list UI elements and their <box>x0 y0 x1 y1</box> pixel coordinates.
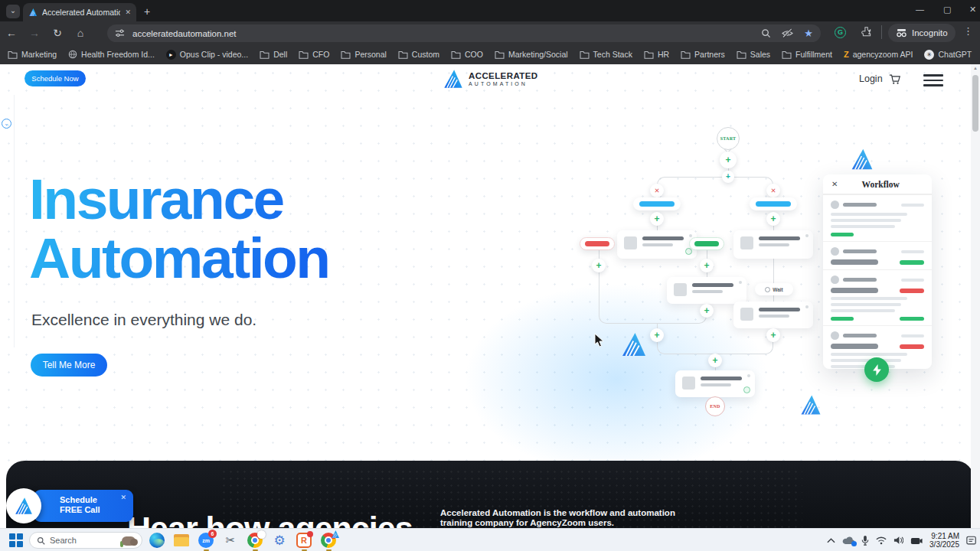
site-settings-icon[interactable] <box>115 28 125 38</box>
settings-gear-icon[interactable]: ⚙ <box>271 532 288 549</box>
bookmark-item[interactable]: Fulfillment <box>782 50 832 59</box>
flow-condition-pill <box>633 197 681 210</box>
bookmark-item[interactable]: Marketing <box>8 50 57 59</box>
folder-icon <box>782 51 792 59</box>
scroll-up-arrow-icon[interactable]: ▲ <box>971 66 980 70</box>
company-triangle-icon <box>14 496 34 516</box>
collapse-chevron-icon[interactable]: ⌄ <box>2 119 11 129</box>
avatar <box>831 331 839 340</box>
flow-add-icon: + <box>650 328 664 342</box>
flow-add-icon: + <box>766 328 780 342</box>
close-icon: ✕ <box>831 180 838 188</box>
hero-title: Insurance Automation <box>29 170 329 288</box>
hero-subtitle: Excellence in everything we do. <box>31 311 256 329</box>
site-logo[interactable]: ACCELERATED AUTOMATION <box>443 68 537 90</box>
bookmark-item[interactable]: Zagencyzoom API <box>844 50 913 59</box>
zoom-app-icon[interactable]: zm6 <box>198 532 214 549</box>
notification-center-icon[interactable] <box>966 536 977 546</box>
folder-icon <box>451 51 461 59</box>
home-button[interactable]: ⌂ <box>69 27 92 39</box>
flow-add-icon: + <box>708 354 722 367</box>
schedule-now-button[interactable]: Schedule Now <box>24 70 86 86</box>
flow-remove-icon: ✕ <box>650 184 664 197</box>
bookmark-item[interactable]: Partners <box>681 50 725 59</box>
window-close-button[interactable]: ✕ <box>969 5 976 15</box>
speaker-icon[interactable] <box>893 536 903 545</box>
flow-end-node: END <box>705 396 725 416</box>
agencyzoom-icon: Z <box>844 50 849 59</box>
microphone-icon[interactable] <box>861 536 869 546</box>
tell-me-more-button[interactable]: Tell Me More <box>31 354 107 377</box>
hamburger-menu-icon[interactable] <box>923 74 943 90</box>
dark-section: Hear how agencies Accelerated Automation… <box>6 461 974 528</box>
screen: ⌄ Accelerated Automation - O ✕ + — ▢ ✕ ←… <box>0 0 980 551</box>
bookmark-item[interactable]: Marketing/Social <box>495 50 568 59</box>
grammarly-extension-icon[interactable]: G <box>835 27 846 38</box>
incognito-glasses-icon <box>896 29 907 37</box>
taskbar-clock[interactable]: 9:21 AM 3/3/2025 <box>929 532 959 549</box>
r-app-icon[interactable]: R <box>296 532 312 549</box>
bookmark-item[interactable]: HR <box>644 50 669 59</box>
workflow-panel: ✕ Workflow <box>823 174 932 369</box>
avatar <box>831 247 839 256</box>
back-button[interactable]: ← <box>0 27 23 39</box>
flow-wait-pill: Wait <box>755 283 793 295</box>
bookmark-item[interactable]: Dell <box>260 50 287 59</box>
start-button[interactable] <box>8 532 24 549</box>
tab-search-button[interactable]: ⌄ <box>6 5 20 18</box>
tray-expand-icon[interactable] <box>827 537 835 543</box>
r-app-badge <box>307 531 313 537</box>
forward-button[interactable]: → <box>23 27 46 39</box>
popup-logo-badge <box>6 488 41 523</box>
zoom-notification-badge: 6 <box>208 530 217 538</box>
chrome-automation-profile-icon[interactable] <box>320 532 337 549</box>
flow-task-card <box>733 302 813 328</box>
browser-menu-icon[interactable]: ⋮ <box>963 25 973 37</box>
tray-date: 3/3/2025 <box>929 540 959 549</box>
chrome-icon[interactable] <box>247 532 263 549</box>
bookmark-item[interactable]: ▸Opus Clip - video... <box>166 50 248 60</box>
window-maximize-button[interactable]: ▢ <box>943 5 951 15</box>
cloud-status-badge <box>851 541 857 546</box>
opus-clip-icon: ▸ <box>166 50 176 60</box>
cart-icon[interactable] <box>889 73 901 88</box>
address-bar[interactable]: acceleratedautomation.net ★ <box>107 24 821 42</box>
onedrive-cloud-icon[interactable] <box>842 536 854 545</box>
logo-text-line1: ACCELERATED <box>469 71 537 80</box>
tab-close-icon[interactable]: ✕ <box>125 8 131 16</box>
bookmark-item[interactable]: Sales <box>737 50 770 59</box>
folder-icon <box>398 51 408 59</box>
bookmark-star-icon[interactable]: ★ <box>804 28 813 39</box>
flow-add-icon: + <box>700 259 714 272</box>
search-icon[interactable] <box>761 28 771 38</box>
folder-icon <box>299 51 309 59</box>
reload-button[interactable]: ↻ <box>46 27 69 39</box>
extensions-puzzle-icon[interactable] <box>861 26 872 41</box>
bookmark-item[interactable]: COO <box>451 50 483 59</box>
eye-off-icon[interactable] <box>782 28 793 38</box>
bookmark-item[interactable]: Tech Stack <box>580 50 632 59</box>
wifi-icon[interactable] <box>876 536 887 545</box>
scrollbar-thumb[interactable] <box>972 75 978 132</box>
edge-icon[interactable] <box>149 532 165 549</box>
section-heading: Hear how agencies <box>127 510 413 528</box>
page-scrollbar[interactable]: ▲ <box>971 64 980 528</box>
login-link[interactable]: Login <box>859 73 883 84</box>
flow-task-card <box>617 230 697 259</box>
flow-task-card <box>667 277 746 304</box>
bookmark-item[interactable]: Health Freedom Id... <box>68 50 155 59</box>
snipping-tool-icon[interactable]: ✂ <box>222 532 239 549</box>
bookmark-item[interactable]: Custom <box>398 50 439 59</box>
taskbar-search-box[interactable]: Search <box>29 532 142 549</box>
avatar <box>831 201 839 209</box>
browser-tab[interactable]: Accelerated Automation - O ✕ <box>23 3 136 21</box>
window-minimize-button[interactable]: — <box>916 5 924 14</box>
popup-close-icon[interactable]: ✕ <box>120 494 126 501</box>
bookmark-item[interactable]: CFO <box>299 50 329 59</box>
camera-device-icon[interactable] <box>910 536 923 545</box>
new-tab-button[interactable]: + <box>144 6 150 17</box>
incognito-badge: Incognito <box>888 24 956 42</box>
bookmark-item[interactable]: Personal <box>341 50 386 59</box>
bookmark-item[interactable]: ✳ChatGPT <box>924 50 972 60</box>
file-explorer-icon[interactable] <box>173 532 190 549</box>
